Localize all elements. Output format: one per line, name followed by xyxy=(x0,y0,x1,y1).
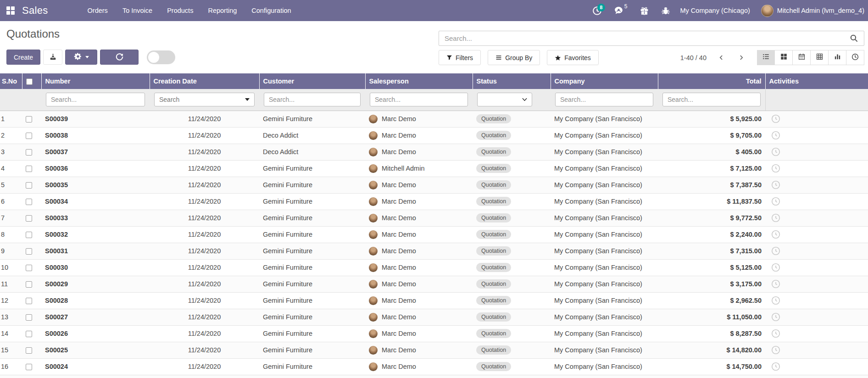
favorites-button[interactable]: Favorites xyxy=(547,50,599,65)
schedule-activity-icon[interactable] xyxy=(769,130,864,140)
create-button[interactable]: Create xyxy=(6,50,40,65)
company-switcher[interactable]: My Company (Chicago) xyxy=(680,7,750,14)
header-select-all[interactable] xyxy=(22,73,41,89)
quotation-row[interactable]: 7 S00033 11/24/2020 Gemini Furniture Mar… xyxy=(0,210,868,226)
quotation-number[interactable]: S00030 xyxy=(41,259,150,276)
schedule-activity-icon[interactable] xyxy=(769,345,864,355)
row-checkbox[interactable] xyxy=(26,314,32,321)
quotation-row[interactable]: 5 S00035 11/24/2020 Gemini Furniture Mar… xyxy=(0,177,868,193)
row-checkbox[interactable] xyxy=(26,199,32,205)
apps-menu-icon[interactable] xyxy=(6,6,15,15)
schedule-activity-icon[interactable] xyxy=(769,312,864,322)
messages-icon[interactable]: 5 xyxy=(614,6,628,15)
number-filter-input[interactable] xyxy=(46,93,145,106)
filters-button[interactable]: Filters xyxy=(439,50,481,65)
list-view-button[interactable] xyxy=(757,50,775,65)
header-creation-date[interactable]: Creation Date xyxy=(150,73,259,89)
pager-previous-icon[interactable] xyxy=(717,52,726,63)
creation-date-filter[interactable]: Search xyxy=(154,93,255,106)
schedule-activity-icon[interactable] xyxy=(769,213,864,223)
row-checkbox[interactable] xyxy=(26,364,32,370)
quotation-row[interactable]: 1 S00039 11/24/2020 Gemini Furniture Mar… xyxy=(0,111,868,127)
quotation-row[interactable]: 12 S00028 11/24/2020 Gemini Furniture Ma… xyxy=(0,292,868,309)
menu-orders[interactable]: Orders xyxy=(80,0,115,21)
schedule-activity-icon[interactable] xyxy=(769,229,864,239)
export-button[interactable] xyxy=(43,50,62,65)
quotation-number[interactable]: S00026 xyxy=(41,325,150,342)
customer-filter-input[interactable] xyxy=(264,93,361,106)
quotation-row[interactable]: 4 S00036 11/24/2020 Gemini Furniture Mit… xyxy=(0,160,868,177)
quotation-row[interactable]: 15 S00025 11/24/2020 Gemini Furniture Ma… xyxy=(0,342,868,358)
search-icon[interactable] xyxy=(850,34,858,43)
menu-configuration[interactable]: Configuration xyxy=(244,0,298,21)
search-input[interactable] xyxy=(439,34,850,42)
quotation-row[interactable]: 10 S00030 11/24/2020 Gemini Furniture Ma… xyxy=(0,259,868,276)
row-checkbox[interactable] xyxy=(26,298,32,304)
status-filter-select[interactable] xyxy=(477,93,532,106)
refresh-button[interactable] xyxy=(100,50,139,65)
graph-view-button[interactable] xyxy=(829,50,846,65)
row-checkbox[interactable] xyxy=(26,166,32,172)
quotation-row[interactable]: 14 S00026 11/24/2020 Gemini Furniture Ma… xyxy=(0,325,868,342)
row-checkbox[interactable] xyxy=(26,281,32,288)
quotation-row[interactable]: 6 S00034 11/24/2020 Gemini Furniture Mar… xyxy=(0,193,868,210)
quotation-number[interactable]: S00028 xyxy=(41,292,150,309)
quotation-row[interactable]: 8 S00032 11/24/2020 Gemini Furniture Mar… xyxy=(0,226,868,243)
quotation-number[interactable]: S00031 xyxy=(41,243,150,259)
header-number[interactable]: Number xyxy=(41,73,150,89)
quotation-number[interactable]: S00033 xyxy=(41,210,150,226)
quotation-number[interactable]: S00037 xyxy=(41,144,150,160)
schedule-activity-icon[interactable] xyxy=(769,163,864,173)
quotation-number[interactable]: S00038 xyxy=(41,127,150,144)
quotation-row[interactable]: 2 S00038 11/24/2020 Deco Addict Marc Dem… xyxy=(0,127,868,144)
quotation-row[interactable]: 3 S00037 11/24/2020 Deco Addict Marc Dem… xyxy=(0,144,868,160)
quotation-number[interactable]: S00039 xyxy=(41,111,150,127)
kanban-view-button[interactable] xyxy=(775,50,793,65)
schedule-activity-icon[interactable] xyxy=(769,328,864,339)
row-checkbox[interactable] xyxy=(26,232,32,238)
quotation-number[interactable]: S00029 xyxy=(41,276,150,292)
quotation-row[interactable]: 9 S00031 11/24/2020 Gemini Furniture Mar… xyxy=(0,243,868,259)
schedule-activity-icon[interactable] xyxy=(769,196,864,206)
quotation-row[interactable]: 11 S00029 11/24/2020 Gemini Furniture Ma… xyxy=(0,276,868,292)
pivot-view-button[interactable] xyxy=(811,50,829,65)
row-checkbox[interactable] xyxy=(26,265,32,271)
menu-to-invoice[interactable]: To Invoice xyxy=(115,0,160,21)
company-filter-input[interactable] xyxy=(555,93,653,106)
menu-reporting[interactable]: Reporting xyxy=(200,0,244,21)
total-filter-input[interactable] xyxy=(662,93,761,106)
action-gear-button[interactable] xyxy=(65,50,97,65)
row-checkbox[interactable] xyxy=(26,182,32,189)
header-activities[interactable]: Activities xyxy=(765,73,868,89)
schedule-activity-icon[interactable] xyxy=(769,114,864,124)
schedule-activity-icon[interactable] xyxy=(769,295,864,306)
quotation-number[interactable]: S00035 xyxy=(41,177,150,193)
schedule-activity-icon[interactable] xyxy=(769,361,864,372)
salesperson-filter-input[interactable] xyxy=(370,93,468,106)
header-customer[interactable]: Customer xyxy=(259,73,365,89)
quotation-row[interactable]: 17 S00023 11/24/2020 Gemini Furniture Ma… xyxy=(0,375,868,378)
quotation-number[interactable]: S00027 xyxy=(41,309,150,325)
row-checkbox[interactable] xyxy=(26,248,32,255)
calendar-view-button[interactable] xyxy=(793,50,811,65)
gift-icon[interactable] xyxy=(640,6,649,16)
quotation-row[interactable]: 16 S00024 11/24/2020 Gemini Furniture Ma… xyxy=(0,358,868,375)
header-sno[interactable]: S.No xyxy=(0,73,22,89)
quotation-number[interactable]: S00025 xyxy=(41,342,150,358)
quotation-number[interactable]: S00036 xyxy=(41,160,150,177)
header-salesperson[interactable]: Salesperson xyxy=(365,73,473,89)
quotation-number[interactable]: S00023 xyxy=(41,375,150,378)
schedule-activity-icon[interactable] xyxy=(769,279,864,289)
row-checkbox[interactable] xyxy=(26,215,32,222)
row-checkbox[interactable] xyxy=(26,116,32,122)
select-all-checkbox[interactable] xyxy=(26,78,33,85)
schedule-activity-icon[interactable] xyxy=(769,147,864,157)
row-checkbox[interactable] xyxy=(26,133,32,139)
app-name[interactable]: Sales xyxy=(22,5,48,17)
quotation-number[interactable]: S00032 xyxy=(41,226,150,243)
quotation-row[interactable]: 13 S00027 11/24/2020 Gemini Furniture Ma… xyxy=(0,309,868,325)
user-menu[interactable]: Mitchell Admin (lvm_demo_4) xyxy=(761,5,864,17)
activity-view-button[interactable] xyxy=(846,50,864,65)
row-checkbox[interactable] xyxy=(26,331,32,337)
header-status[interactable]: Status xyxy=(473,73,551,89)
